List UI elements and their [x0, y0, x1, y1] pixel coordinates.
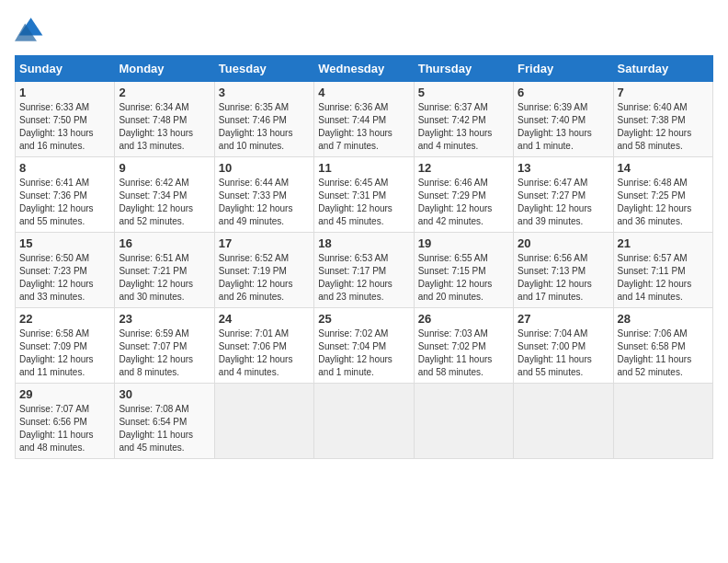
calendar-week-row: 22Sunrise: 6:58 AM Sunset: 7:09 PM Dayli… — [16, 308, 713, 384]
calendar-cell: 20Sunrise: 6:56 AM Sunset: 7:13 PM Dayli… — [514, 233, 613, 308]
calendar-cell: 11Sunrise: 6:45 AM Sunset: 7:31 PM Dayli… — [314, 157, 414, 233]
page-header — [15, 15, 713, 44]
day-number: 17 — [219, 236, 310, 250]
day-info: Sunrise: 6:40 AM Sunset: 7:38 PM Dayligh… — [618, 101, 709, 153]
day-number: 26 — [418, 312, 509, 326]
day-number: 1 — [19, 86, 110, 99]
calendar-table: SundayMondayTuesdayWednesdayThursdayFrid… — [15, 55, 713, 459]
day-number: 8 — [19, 161, 110, 175]
day-number: 27 — [518, 312, 609, 326]
day-info: Sunrise: 6:55 AM Sunset: 7:15 PM Dayligh… — [418, 252, 509, 304]
day-number: 10 — [219, 161, 310, 175]
calendar-cell: 26Sunrise: 7:03 AM Sunset: 7:02 PM Dayli… — [414, 308, 513, 384]
calendar-cell: 1Sunrise: 6:33 AM Sunset: 7:50 PM Daylig… — [16, 82, 115, 157]
day-info: Sunrise: 7:04 AM Sunset: 7:00 PM Dayligh… — [518, 327, 609, 379]
day-info: Sunrise: 6:47 AM Sunset: 7:27 PM Dayligh… — [518, 177, 609, 228]
day-header-sunday: Sunday — [16, 56, 115, 82]
calendar-week-row: 1Sunrise: 6:33 AM Sunset: 7:50 PM Daylig… — [16, 82, 713, 157]
calendar-cell — [214, 384, 313, 459]
day-info: Sunrise: 6:46 AM Sunset: 7:29 PM Dayligh… — [418, 177, 509, 228]
day-info: Sunrise: 6:48 AM Sunset: 7:25 PM Dayligh… — [618, 177, 709, 228]
day-info: Sunrise: 6:59 AM Sunset: 7:07 PM Dayligh… — [119, 327, 210, 379]
calendar-week-row: 15Sunrise: 6:50 AM Sunset: 7:23 PM Dayli… — [16, 233, 713, 308]
calendar-cell: 2Sunrise: 6:34 AM Sunset: 7:48 PM Daylig… — [115, 82, 214, 157]
calendar-cell: 21Sunrise: 6:57 AM Sunset: 7:11 PM Dayli… — [613, 233, 712, 308]
day-number: 5 — [418, 86, 509, 99]
calendar-cell: 13Sunrise: 6:47 AM Sunset: 7:27 PM Dayli… — [514, 157, 613, 233]
day-number: 24 — [219, 312, 310, 326]
calendar-cell: 22Sunrise: 6:58 AM Sunset: 7:09 PM Dayli… — [16, 308, 115, 384]
day-number: 30 — [119, 387, 210, 401]
calendar-cell: 30Sunrise: 7:08 AM Sunset: 6:54 PM Dayli… — [115, 384, 214, 459]
calendar-cell: 15Sunrise: 6:50 AM Sunset: 7:23 PM Dayli… — [16, 233, 115, 308]
calendar-cell: 12Sunrise: 6:46 AM Sunset: 7:29 PM Dayli… — [414, 157, 513, 233]
day-number: 9 — [119, 161, 210, 175]
calendar-cell: 29Sunrise: 7:07 AM Sunset: 6:56 PM Dayli… — [16, 384, 115, 459]
calendar-cell: 3Sunrise: 6:35 AM Sunset: 7:46 PM Daylig… — [214, 82, 313, 157]
day-number: 12 — [418, 161, 509, 175]
calendar-cell: 7Sunrise: 6:40 AM Sunset: 7:38 PM Daylig… — [613, 82, 712, 157]
day-number: 20 — [518, 236, 609, 250]
calendar-week-row: 8Sunrise: 6:41 AM Sunset: 7:36 PM Daylig… — [16, 157, 713, 233]
day-info: Sunrise: 6:36 AM Sunset: 7:44 PM Dayligh… — [318, 101, 409, 153]
day-info: Sunrise: 7:02 AM Sunset: 7:04 PM Dayligh… — [318, 327, 409, 379]
day-info: Sunrise: 6:56 AM Sunset: 7:13 PM Dayligh… — [518, 252, 609, 304]
calendar-cell: 8Sunrise: 6:41 AM Sunset: 7:36 PM Daylig… — [16, 157, 115, 233]
day-info: Sunrise: 6:42 AM Sunset: 7:34 PM Dayligh… — [119, 177, 210, 228]
day-info: Sunrise: 6:50 AM Sunset: 7:23 PM Dayligh… — [19, 252, 110, 304]
calendar-week-row: 29Sunrise: 7:07 AM Sunset: 6:56 PM Dayli… — [16, 384, 713, 459]
calendar-cell: 28Sunrise: 7:06 AM Sunset: 6:58 PM Dayli… — [613, 308, 712, 384]
calendar-cell — [514, 384, 613, 459]
day-header-saturday: Saturday — [613, 56, 712, 82]
day-info: Sunrise: 6:45 AM Sunset: 7:31 PM Dayligh… — [318, 177, 409, 228]
calendar-cell: 4Sunrise: 6:36 AM Sunset: 7:44 PM Daylig… — [314, 82, 414, 157]
day-info: Sunrise: 6:52 AM Sunset: 7:19 PM Dayligh… — [219, 252, 310, 304]
day-info: Sunrise: 7:07 AM Sunset: 6:56 PM Dayligh… — [19, 403, 110, 454]
calendar-cell: 16Sunrise: 6:51 AM Sunset: 7:21 PM Dayli… — [115, 233, 214, 308]
day-number: 15 — [19, 236, 110, 250]
day-number: 16 — [119, 236, 210, 250]
day-header-friday: Friday — [514, 56, 613, 82]
day-header-wednesday: Wednesday — [314, 56, 414, 82]
day-number: 11 — [318, 161, 409, 175]
day-info: Sunrise: 7:01 AM Sunset: 7:06 PM Dayligh… — [219, 327, 310, 379]
calendar-cell: 24Sunrise: 7:01 AM Sunset: 7:06 PM Dayli… — [214, 308, 313, 384]
calendar-header-row: SundayMondayTuesdayWednesdayThursdayFrid… — [16, 56, 713, 82]
day-number: 7 — [618, 86, 709, 99]
day-number: 2 — [119, 86, 210, 99]
day-number: 19 — [418, 236, 509, 250]
day-info: Sunrise: 6:53 AM Sunset: 7:17 PM Dayligh… — [318, 252, 409, 304]
day-number: 14 — [618, 161, 709, 175]
day-info: Sunrise: 6:41 AM Sunset: 7:36 PM Dayligh… — [19, 177, 110, 228]
calendar-cell: 19Sunrise: 6:55 AM Sunset: 7:15 PM Dayli… — [414, 233, 513, 308]
day-info: Sunrise: 6:44 AM Sunset: 7:33 PM Dayligh… — [219, 177, 310, 228]
day-info: Sunrise: 6:58 AM Sunset: 7:09 PM Dayligh… — [19, 327, 110, 379]
day-header-tuesday: Tuesday — [214, 56, 313, 82]
day-info: Sunrise: 7:06 AM Sunset: 6:58 PM Dayligh… — [618, 327, 709, 379]
day-number: 25 — [318, 312, 409, 326]
day-number: 29 — [19, 387, 110, 401]
day-number: 6 — [518, 86, 609, 99]
day-info: Sunrise: 6:34 AM Sunset: 7:48 PM Dayligh… — [119, 101, 210, 153]
day-number: 22 — [19, 312, 110, 326]
calendar-cell — [613, 384, 712, 459]
calendar-cell — [314, 384, 414, 459]
calendar-cell: 6Sunrise: 6:39 AM Sunset: 7:40 PM Daylig… — [514, 82, 613, 157]
day-info: Sunrise: 6:57 AM Sunset: 7:11 PM Dayligh… — [618, 252, 709, 304]
day-number: 4 — [318, 86, 409, 99]
day-number: 28 — [618, 312, 709, 326]
day-info: Sunrise: 6:33 AM Sunset: 7:50 PM Dayligh… — [19, 101, 110, 153]
logo — [15, 15, 48, 44]
calendar-cell: 23Sunrise: 6:59 AM Sunset: 7:07 PM Dayli… — [115, 308, 214, 384]
calendar-cell: 18Sunrise: 6:53 AM Sunset: 7:17 PM Dayli… — [314, 233, 414, 308]
day-number: 21 — [618, 236, 709, 250]
calendar-cell: 14Sunrise: 6:48 AM Sunset: 7:25 PM Dayli… — [613, 157, 712, 233]
day-number: 18 — [318, 236, 409, 250]
day-info: Sunrise: 6:39 AM Sunset: 7:40 PM Dayligh… — [518, 101, 609, 153]
calendar-cell: 5Sunrise: 6:37 AM Sunset: 7:42 PM Daylig… — [414, 82, 513, 157]
calendar-cell: 17Sunrise: 6:52 AM Sunset: 7:19 PM Dayli… — [214, 233, 313, 308]
calendar-cell: 25Sunrise: 7:02 AM Sunset: 7:04 PM Dayli… — [314, 308, 414, 384]
day-info: Sunrise: 6:37 AM Sunset: 7:42 PM Dayligh… — [418, 101, 509, 153]
logo-icon — [15, 15, 44, 44]
calendar-cell — [414, 384, 513, 459]
